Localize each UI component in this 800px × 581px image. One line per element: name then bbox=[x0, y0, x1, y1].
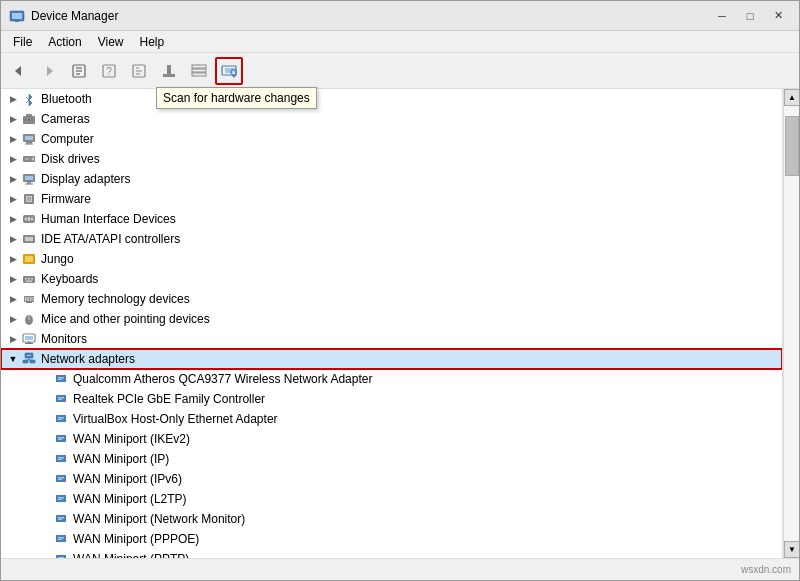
close-button[interactable]: ✕ bbox=[765, 6, 791, 26]
title-bar: Device Manager ─ □ ✕ bbox=[1, 1, 799, 31]
tree-item-wan-pptp[interactable]: WAN Miniport (PPTP) bbox=[1, 549, 782, 558]
net-child-icon bbox=[53, 451, 69, 467]
scroll-thumb[interactable] bbox=[785, 116, 799, 176]
svg-rect-35 bbox=[25, 176, 33, 180]
svg-rect-101 bbox=[58, 539, 62, 540]
wan-ikev2-label: WAN Miniport (IKEv2) bbox=[73, 432, 190, 446]
help-button[interactable] bbox=[125, 57, 153, 85]
svg-rect-98 bbox=[58, 519, 62, 520]
tree-item-wan-ipv6[interactable]: WAN Miniport (IPv6) bbox=[1, 469, 782, 489]
svg-rect-53 bbox=[31, 278, 33, 280]
device-tree[interactable]: ▶ Bluetooth ▶ bbox=[1, 89, 783, 558]
svg-rect-92 bbox=[58, 479, 62, 480]
tree-item-keyboards[interactable]: ▶ Keyboards bbox=[1, 269, 782, 289]
view-list-button[interactable] bbox=[185, 57, 213, 85]
back-button[interactable] bbox=[5, 57, 33, 85]
disk-drives-label: Disk drives bbox=[41, 152, 100, 166]
tree-item-monitors[interactable]: ▶ Monitors bbox=[1, 329, 782, 349]
tree-item-wan-ip[interactable]: WAN Miniport (IP) bbox=[1, 449, 782, 469]
svg-rect-82 bbox=[58, 417, 64, 419]
tree-item-memory[interactable]: ▶ Memory technology devices bbox=[1, 289, 782, 309]
svg-marker-3 bbox=[15, 66, 21, 76]
tree-item-hid[interactable]: ▶ Human Interface Devices bbox=[1, 209, 782, 229]
svg-rect-86 bbox=[58, 439, 62, 440]
vertical-scrollbar[interactable]: ▲ ▼ bbox=[783, 89, 799, 558]
display-adapters-label: Display adapters bbox=[41, 172, 130, 186]
status-bar: wsxdn.com bbox=[1, 558, 799, 580]
tree-item-wan-netmon[interactable]: WAN Miniport (Network Monitor) bbox=[1, 509, 782, 529]
tree-item-realtek[interactable]: Realtek PCIe GbE Family Controller bbox=[1, 389, 782, 409]
svg-rect-36 bbox=[27, 182, 31, 184]
network-icon bbox=[21, 351, 37, 367]
scroll-up-arrow[interactable]: ▲ bbox=[784, 89, 799, 106]
tree-item-bluetooth[interactable]: ▶ Bluetooth bbox=[1, 89, 782, 109]
ide-icon bbox=[21, 231, 37, 247]
svg-rect-60 bbox=[26, 302, 32, 303]
watermark: wsxdn.com bbox=[741, 564, 791, 575]
virtualbox-label: VirtualBox Host-Only Ethernet Adapter bbox=[73, 412, 278, 426]
tree-item-qualcomm[interactable]: Qualcomm Atheros QCA9377 Wireless Networ… bbox=[1, 369, 782, 389]
tree-item-wan-ikev2[interactable]: WAN Miniport (IKEv2) bbox=[1, 429, 782, 449]
tree-item-computer[interactable]: ▶ Computer bbox=[1, 129, 782, 149]
tree-item-mice[interactable]: ▶ Mice and other pointing devices bbox=[1, 309, 782, 329]
forward-button[interactable] bbox=[35, 57, 63, 85]
svg-rect-59 bbox=[33, 297, 34, 301]
uninstall-button[interactable] bbox=[155, 57, 183, 85]
svg-rect-80 bbox=[58, 399, 62, 400]
maximize-button[interactable]: □ bbox=[737, 6, 763, 26]
tree-item-wan-pppoe[interactable]: WAN Miniport (PPPOE) bbox=[1, 529, 782, 549]
tree-item-network-adapters[interactable]: ▼ Network adapters bbox=[1, 349, 782, 369]
qualcomm-label: Qualcomm Atheros QCA9377 Wireless Networ… bbox=[73, 372, 372, 386]
toolbar: ? bbox=[1, 53, 799, 89]
svg-rect-15 bbox=[163, 74, 175, 77]
svg-rect-52 bbox=[28, 278, 30, 280]
expand-icon: ▶ bbox=[5, 131, 21, 147]
svg-rect-47 bbox=[25, 237, 33, 241]
expand-icon: ▶ bbox=[5, 91, 21, 107]
svg-rect-49 bbox=[25, 256, 33, 262]
computer-label: Computer bbox=[41, 132, 94, 146]
tree-item-ide[interactable]: ▶ IDE ATA/ATAPI controllers bbox=[1, 229, 782, 249]
hid-label: Human Interface Devices bbox=[41, 212, 176, 226]
svg-rect-30 bbox=[25, 144, 33, 145]
menu-help[interactable]: Help bbox=[132, 33, 173, 51]
minimize-button[interactable]: ─ bbox=[709, 6, 735, 26]
tree-item-wan-l2tp[interactable]: WAN Miniport (L2TP) bbox=[1, 489, 782, 509]
tree-item-jungo[interactable]: ▶ Jungo bbox=[1, 249, 782, 269]
scroll-down-arrow[interactable]: ▼ bbox=[784, 541, 799, 558]
scroll-track[interactable] bbox=[784, 106, 799, 541]
svg-rect-77 bbox=[58, 379, 62, 380]
firmware-icon bbox=[21, 191, 37, 207]
expand-icon: ▶ bbox=[5, 231, 21, 247]
menu-view[interactable]: View bbox=[90, 33, 132, 51]
net-child-icon bbox=[53, 471, 69, 487]
update-driver-button[interactable]: ? bbox=[95, 57, 123, 85]
expand-icon: ▶ bbox=[5, 211, 21, 227]
bluetooth-icon bbox=[21, 91, 37, 107]
app-icon bbox=[9, 8, 25, 24]
svg-point-63 bbox=[28, 315, 31, 317]
menu-action[interactable]: Action bbox=[40, 33, 89, 51]
firmware-label: Firmware bbox=[41, 192, 91, 206]
tree-item-disk-drives[interactable]: ▶ Disk drives bbox=[1, 149, 782, 169]
net-child-icon bbox=[53, 391, 69, 407]
svg-rect-69 bbox=[27, 355, 31, 356]
tree-item-virtualbox[interactable]: VirtualBox Host-Only Ethernet Adapter bbox=[1, 409, 782, 429]
svg-rect-18 bbox=[192, 69, 206, 72]
svg-rect-100 bbox=[58, 537, 64, 539]
svg-rect-95 bbox=[58, 499, 62, 500]
net-child-icon bbox=[53, 551, 69, 558]
disk-icon bbox=[21, 151, 37, 167]
bluetooth-label: Bluetooth bbox=[41, 92, 92, 106]
svg-marker-4 bbox=[47, 66, 53, 76]
menu-file[interactable]: File bbox=[5, 33, 40, 51]
tree-item-cameras[interactable]: ▶ Cameras bbox=[1, 109, 782, 129]
svg-rect-45 bbox=[28, 217, 30, 221]
svg-rect-67 bbox=[25, 343, 33, 344]
tree-item-display-adapters[interactable]: ▶ Display adapters bbox=[1, 169, 782, 189]
tree-item-firmware[interactable]: ▶ Firmware bbox=[1, 189, 782, 209]
scan-hardware-button[interactable] bbox=[215, 57, 243, 85]
svg-rect-19 bbox=[192, 73, 206, 76]
tree-properties-button[interactable] bbox=[65, 57, 93, 85]
expand-icon: ▶ bbox=[5, 191, 21, 207]
